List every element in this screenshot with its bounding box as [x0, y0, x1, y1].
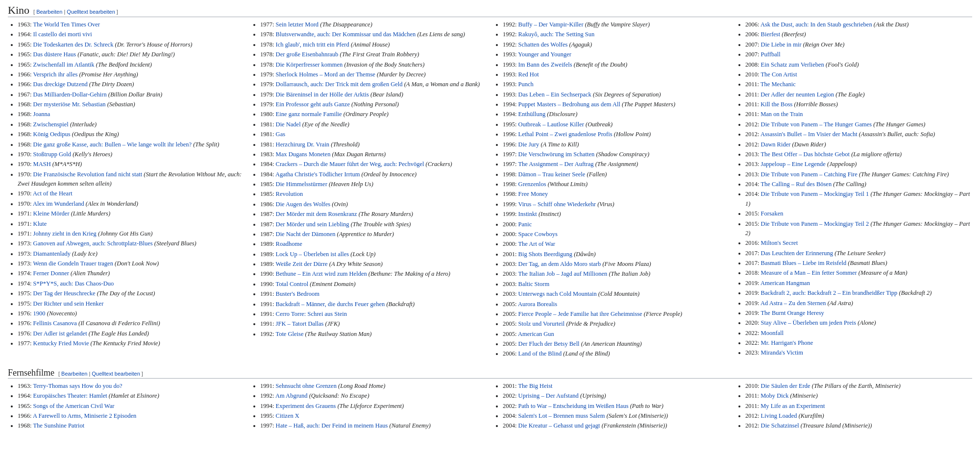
film-link[interactable]: Sherlock Holmes – Mord an der Themse — [276, 71, 375, 78]
film-link[interactable]: Free Money — [518, 191, 548, 197]
film-link[interactable]: Lock Up – Überleben ist alles — [276, 251, 349, 258]
film-link[interactable]: Das düstere Haus — [33, 51, 76, 58]
film-link[interactable]: Die Augen des Wolfes — [276, 201, 331, 208]
film-link[interactable]: Die Nacht der Dämonen — [276, 231, 336, 238]
film-link[interactable]: Die Französische Revolution fand nicht s… — [33, 171, 143, 178]
film-link[interactable]: Assassin's Bullet – Im Visier der Macht — [760, 131, 858, 138]
film-link[interactable]: Zwischenfall im Atlantik — [33, 61, 95, 68]
film-link[interactable]: Der Tag der Heuschrecke — [33, 290, 96, 297]
film-link[interactable]: Mr. Harrigan's Phone — [761, 339, 813, 346]
film-link[interactable]: Die Körperfresser kommen — [276, 61, 343, 68]
film-link[interactable]: Songs of the American Civil War — [33, 403, 115, 409]
film-link[interactable]: Baltic Storm — [518, 281, 550, 287]
film-link[interactable]: Total Control — [275, 281, 308, 287]
film-link[interactable]: Die Säulen der Erde — [761, 382, 810, 389]
film-link[interactable]: Max Dugans Moneten — [276, 151, 331, 158]
film-link[interactable]: Buffy – Der Vampir-Killer — [518, 21, 584, 28]
film-link[interactable]: Die Jury — [518, 141, 539, 148]
film-link[interactable]: Dawn Rider — [761, 141, 791, 148]
film-link[interactable]: Ein Professor geht aufs Ganze — [276, 101, 350, 108]
film-link[interactable]: Der Richter und sein Henker — [33, 300, 104, 307]
film-link[interactable]: Das Milliarden-Dollar-Gehirn — [33, 91, 107, 98]
film-link[interactable]: Uprising – Der Aufstand — [518, 392, 579, 399]
film-link[interactable]: Der Adler ist gelandet — [33, 330, 87, 337]
film-link[interactable]: Citizen X — [276, 412, 299, 419]
film-link[interactable]: Backdraft – Männer, die durchs Feuer geh… — [276, 301, 385, 308]
film-link[interactable]: Die Tribute von Panem – Mockingjay Teil … — [761, 220, 869, 227]
film-link[interactable]: Younger and Younger — [518, 51, 571, 58]
film-link[interactable]: Europäisches Theater: Hamlet — [33, 392, 107, 399]
kino-edit-link[interactable]: Bearbeiten — [36, 9, 62, 15]
film-link[interactable]: Die Himmelsstürmer — [276, 181, 327, 188]
film-link[interactable]: Panic — [518, 221, 532, 228]
film-link[interactable]: Moonfall — [761, 330, 784, 336]
film-link[interactable]: Ask the Dust, auch: In den Staub geschri… — [760, 21, 872, 28]
film-link[interactable]: Salem's Lot – Brennen muss Salem — [518, 412, 605, 419]
film-link[interactable]: Puffball — [761, 51, 781, 58]
film-link[interactable]: The World Ten Times Over — [33, 21, 100, 28]
film-link[interactable]: Jappeloup – Eine Legende — [761, 161, 826, 167]
film-link[interactable]: The Burnt Orange Heresy — [760, 310, 824, 316]
film-link[interactable]: Ein Schatz zum Verlieben — [761, 61, 824, 68]
film-link[interactable]: Ich glaub', mich tritt ein Pferd — [276, 41, 349, 48]
film-link[interactable]: Kleine Mörder — [33, 210, 70, 217]
film-link[interactable]: Backdraft 2, auch: Backdraft 2 – Ein bra… — [761, 289, 898, 296]
film-link[interactable]: Diamantenlady — [33, 250, 71, 257]
film-link[interactable]: Red Hot — [518, 71, 539, 78]
film-link[interactable]: Kentucky Fried Movie — [33, 340, 89, 347]
film-link[interactable]: Gas — [276, 131, 285, 138]
film-link[interactable]: Measure of a Man – Ein fetter Sommer — [761, 269, 857, 276]
film-link[interactable]: Buster's Bedroom — [276, 290, 319, 297]
film-link[interactable]: The Best Offer – Das höchste Gebot — [760, 151, 850, 158]
film-link[interactable]: Hate – Haß, auch: Der Feind in meinem Ha… — [276, 422, 388, 429]
film-link[interactable]: Die Tribute von Panem – Mockingjay Teil … — [761, 191, 869, 197]
film-link[interactable]: Ad Astra – Zu den Sternen — [760, 300, 826, 307]
film-link[interactable]: Enthüllung — [518, 111, 546, 118]
film-link[interactable]: 1900 — [33, 310, 46, 317]
film-link[interactable]: Man on the Train — [760, 111, 803, 118]
film-link[interactable]: Das Leuchten der Erinnerung — [761, 250, 833, 257]
film-link[interactable]: Die Liebe in mir — [761, 41, 802, 48]
film-link[interactable]: Das Leben – Ein Sechserpack — [518, 91, 591, 98]
film-link[interactable]: Alex im Wunderland — [33, 200, 84, 207]
film-link[interactable]: Path to War – Entscheidung im Weißen Hau… — [518, 403, 629, 409]
film-link[interactable]: Herzchirurg Dr. Vrain — [276, 141, 330, 148]
film-link[interactable]: Stolz und Vorurteil — [518, 320, 565, 327]
film-link[interactable]: Roadhome — [276, 240, 302, 247]
film-link[interactable]: Die Verschwörung im Schatten — [518, 151, 595, 158]
film-link[interactable]: König Oedipus — [33, 131, 71, 138]
film-link[interactable]: American Hangman — [760, 280, 810, 286]
film-link[interactable]: Stay Alive – Überleben um jeden Preis — [761, 319, 856, 326]
film-link[interactable]: Fierce People – Jede Familie hat ihre Ge… — [518, 310, 642, 317]
film-link[interactable]: Virus – Schiff ohne Wiederkehr — [518, 201, 596, 208]
film-link[interactable]: The Italian Job – Jagd auf Millionen — [518, 270, 607, 277]
film-link[interactable]: Basmati Blues – Liebe im Reisfeld — [761, 260, 847, 266]
film-link[interactable]: Joanna — [33, 111, 50, 118]
film-link[interactable]: The Sunshine Patriot — [33, 422, 84, 429]
film-link[interactable]: Eine ganz normale Familie — [276, 111, 342, 118]
film-link[interactable]: Agatha Christie's Tödlicher Irrtum — [275, 171, 360, 178]
film-link[interactable]: Johnny zieht in den Krieg — [33, 230, 97, 237]
film-link[interactable]: Cerro Torre: Schrei aus Stein — [276, 310, 347, 317]
film-link[interactable]: American Gun — [518, 331, 554, 337]
film-link[interactable]: S*P*Y*S, auch: Das Chaos-Duo — [33, 280, 114, 287]
film-link[interactable]: Die Tribute von Panem – Catching Fire — [761, 171, 858, 178]
film-link[interactable]: JFK – Tatort Dallas — [276, 320, 324, 327]
film-link[interactable]: Ganoven auf Abwegen, auch: Schrottplatz-… — [33, 240, 153, 247]
film-link[interactable]: Unterwegs nach Cold Mountain — [518, 290, 597, 297]
film-link[interactable]: Dollarrausch, auch: Der Trick mit dem gr… — [276, 81, 403, 88]
film-link[interactable]: The Big Heist — [518, 382, 552, 389]
film-link[interactable]: My Life as an Experiment — [760, 403, 825, 409]
fernsehfilme-edit-link[interactable]: Bearbeiten — [61, 371, 87, 377]
film-link[interactable]: Der Mörder mit dem Rosenkranz — [276, 211, 357, 217]
film-link[interactable]: Miranda's Victim — [761, 349, 803, 356]
film-link[interactable]: Aurora Borealis — [518, 301, 557, 308]
film-link[interactable]: Act of the Heart — [33, 190, 73, 197]
film-link[interactable]: Space Cowboys — [518, 231, 558, 238]
film-link[interactable]: Big Shots Beerdigung — [518, 251, 572, 258]
film-link[interactable]: Outbreak – Lautlose Killer — [518, 121, 584, 128]
film-link[interactable]: Sein letzter Mord — [276, 21, 318, 28]
film-link[interactable]: Instinkt — [518, 211, 537, 217]
film-link[interactable]: Das dreckige Dutzend — [33, 81, 88, 88]
film-link[interactable]: Der Mörder und sein Liebling — [276, 221, 349, 228]
